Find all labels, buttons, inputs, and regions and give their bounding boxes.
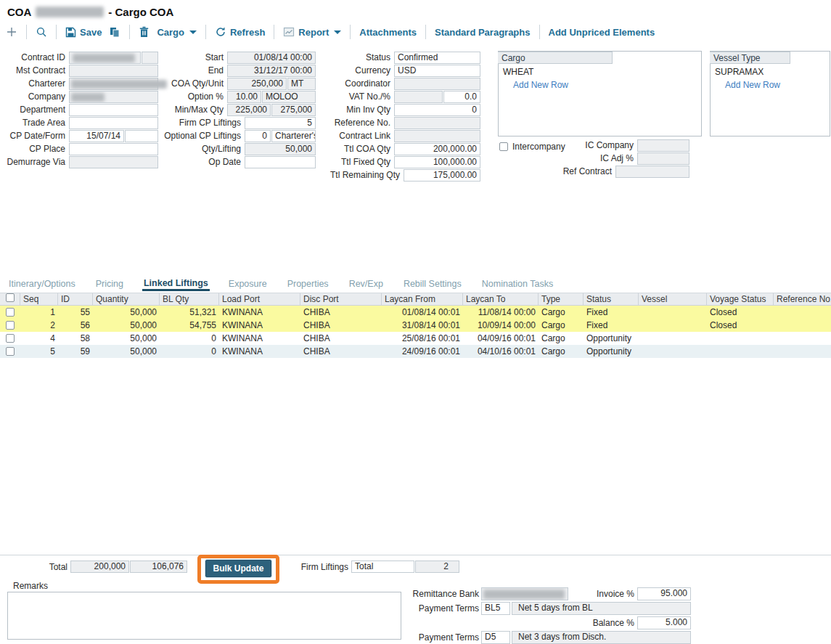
tab-exposure[interactable]: Exposure bbox=[227, 279, 269, 291]
add-button[interactable] bbox=[6, 26, 17, 38]
remarks-input[interactable] bbox=[7, 592, 401, 640]
tab-rebill-settings[interactable]: Rebill Settings bbox=[402, 279, 463, 291]
delete-button[interactable] bbox=[139, 26, 150, 38]
status-field[interactable]: Confirmed bbox=[394, 52, 480, 64]
tab-pricing[interactable]: Pricing bbox=[94, 279, 125, 291]
col-vessel[interactable]: Vessel bbox=[639, 293, 707, 305]
option-basis-field[interactable]: MOLOO bbox=[262, 91, 316, 103]
ttl-remaining-qty-field[interactable]: 175,000.00 bbox=[404, 169, 480, 182]
select-all-checkbox[interactable] bbox=[6, 293, 15, 302]
cell-laycan-to: 11/08/14 00:00 bbox=[463, 307, 539, 317]
tab-properties[interactable]: Properties bbox=[286, 279, 330, 291]
op-date-field[interactable] bbox=[245, 156, 316, 168]
min-qty-field[interactable]: 225,000 bbox=[227, 104, 271, 116]
table-row[interactable]: 5 59 50,000 0 KWINANA CHIBA 24/09/16 00:… bbox=[0, 345, 831, 358]
attachments-button[interactable]: Attachments bbox=[359, 27, 417, 38]
redacted-text bbox=[71, 93, 105, 102]
payment-terms-code-field-1[interactable]: BL5 bbox=[481, 602, 510, 615]
cell-quantity: 50,000 bbox=[93, 320, 160, 330]
coordinator-field[interactable] bbox=[394, 78, 480, 90]
add-unpriced-elements-button[interactable]: Add Unpriced Elements bbox=[549, 27, 655, 38]
bulk-update-button[interactable]: Bulk Update bbox=[205, 560, 271, 577]
vat-pct-field[interactable]: 0.0 bbox=[443, 91, 480, 103]
col-id[interactable]: ID bbox=[58, 293, 93, 305]
table-row[interactable]: 1 55 50,000 51,321 KWINANA CHIBA 01/08/1… bbox=[0, 306, 831, 319]
firm-cp-liftings-field[interactable]: 5 bbox=[245, 117, 316, 129]
vat-no-field[interactable] bbox=[394, 91, 443, 103]
ttl-fixed-qty-field[interactable]: 100,000.00 bbox=[394, 156, 480, 168]
row-checkbox[interactable] bbox=[6, 347, 15, 356]
coa-qty-field[interactable]: 250,000 bbox=[227, 78, 287, 90]
cargo-item[interactable]: WHEAT bbox=[499, 64, 701, 77]
ic-adj-field[interactable] bbox=[637, 152, 689, 165]
optional-cp-liftings-party-field[interactable]: Charterer's bbox=[271, 130, 316, 142]
row-checkbox[interactable] bbox=[6, 321, 15, 330]
option-pct-field[interactable]: 10.00 bbox=[227, 91, 261, 103]
optional-cp-liftings-field[interactable]: 0 bbox=[245, 130, 271, 142]
tab-itinerary-options[interactable]: Itinerary/Options bbox=[7, 279, 77, 291]
tab-rev-exp[interactable]: Rev/Exp bbox=[348, 279, 385, 291]
vat-label: VAT No./% bbox=[330, 91, 394, 102]
toolbar: Save Cargo Refresh Report Attachments St… bbox=[6, 22, 655, 42]
cell-laycan-from: 24/09/16 00:01 bbox=[382, 346, 463, 356]
col-seq[interactable]: Seq bbox=[20, 293, 58, 305]
report-menu-button[interactable]: Report bbox=[283, 26, 341, 38]
tab-nomination-tasks[interactable]: Nomination Tasks bbox=[480, 279, 554, 291]
cell-disc-port: CHIBA bbox=[300, 320, 382, 330]
cell-quantity: 50,000 bbox=[93, 307, 160, 317]
ref-contract-field[interactable] bbox=[615, 166, 689, 178]
row-checkbox[interactable] bbox=[6, 334, 15, 343]
search-button[interactable] bbox=[36, 26, 47, 38]
max-qty-field[interactable]: 275,000 bbox=[271, 104, 316, 116]
col-reference-no[interactable]: Reference No. bbox=[774, 293, 831, 305]
payment-terms-code-field-2[interactable]: D5 bbox=[481, 631, 510, 644]
tab-linked-liftings[interactable]: Linked Liftings bbox=[142, 278, 210, 291]
ic-company-field[interactable] bbox=[637, 139, 689, 152]
cargo-menu-button[interactable]: Cargo bbox=[157, 27, 197, 38]
balance-pct-field[interactable]: 5.000 bbox=[637, 616, 691, 629]
firm-liftings-mode-select[interactable]: Total bbox=[351, 561, 414, 573]
balance-pct-label: Balance % bbox=[566, 616, 634, 629]
contract-link-field[interactable] bbox=[394, 130, 480, 142]
col-type[interactable]: Type bbox=[539, 293, 584, 305]
currency-field[interactable]: USD bbox=[394, 65, 480, 77]
coa-unit-field[interactable]: MT bbox=[287, 78, 316, 90]
col-voyage-status[interactable]: Voyage Status bbox=[707, 293, 774, 305]
start-field[interactable]: 01/08/14 00:00 bbox=[227, 52, 316, 64]
vessel-type-item[interactable]: SUPRAMAX bbox=[711, 64, 830, 77]
toolbar-separator bbox=[129, 25, 130, 39]
vessel-type-panel: Vessel Type SUPRAMAX Add New Row bbox=[710, 51, 830, 136]
col-bl-qty[interactable]: BL Qty bbox=[160, 293, 219, 305]
col-laycan-to[interactable]: Laycan To bbox=[463, 293, 539, 305]
save-button[interactable]: Save bbox=[65, 27, 102, 38]
cell-load-port: KWINANA bbox=[219, 320, 300, 330]
col-laycan-from[interactable]: Laycan From bbox=[382, 293, 463, 305]
plus-icon bbox=[6, 26, 17, 38]
col-status[interactable]: Status bbox=[584, 293, 639, 305]
cell-status: Fixed bbox=[584, 307, 639, 317]
vessel-type-add-new-row-link[interactable]: Add New Row bbox=[711, 77, 830, 90]
intercompany-checkbox[interactable] bbox=[499, 142, 508, 151]
ref-contract-row: Ref Contract bbox=[537, 165, 689, 178]
end-field[interactable]: 31/12/17 00:00 bbox=[227, 65, 316, 77]
cell-bl-qty: 0 bbox=[160, 333, 219, 343]
col-disc-port[interactable]: Disc Port bbox=[300, 293, 382, 305]
table-row[interactable]: 4 58 50,000 0 KWINANA CHIBA 25/08/16 00:… bbox=[0, 332, 831, 345]
reference-no-field[interactable] bbox=[394, 117, 480, 129]
tab-bar: Itinerary/Options Pricing Linked Lifting… bbox=[7, 277, 554, 291]
standard-paragraphs-button[interactable]: Standard Paragraphs bbox=[435, 27, 531, 38]
col-quantity[interactable]: Quantity bbox=[93, 293, 160, 305]
qty-lifting-field[interactable]: 50,000 bbox=[245, 143, 316, 155]
cargo-add-new-row-link[interactable]: Add New Row bbox=[499, 77, 701, 90]
table-row[interactable]: 2 56 50,000 54,755 KWINANA CHIBA 31/08/1… bbox=[0, 319, 831, 332]
row-checkbox[interactable] bbox=[6, 308, 15, 317]
invoice-pct-field[interactable]: 95.000 bbox=[637, 587, 691, 600]
optional-cp-liftings-label: Optional CP Liftings bbox=[116, 131, 245, 141]
ttl-coa-qty-field[interactable]: 200,000.00 bbox=[394, 143, 480, 155]
col-load-port[interactable]: Load Port bbox=[219, 293, 300, 305]
refresh-button[interactable]: Refresh bbox=[215, 26, 265, 38]
remittance-bank-field[interactable] bbox=[481, 587, 568, 600]
min-inv-qty-field[interactable]: 0 bbox=[394, 104, 480, 116]
cell-seq: 2 bbox=[20, 320, 58, 330]
copy-button[interactable] bbox=[109, 26, 120, 38]
